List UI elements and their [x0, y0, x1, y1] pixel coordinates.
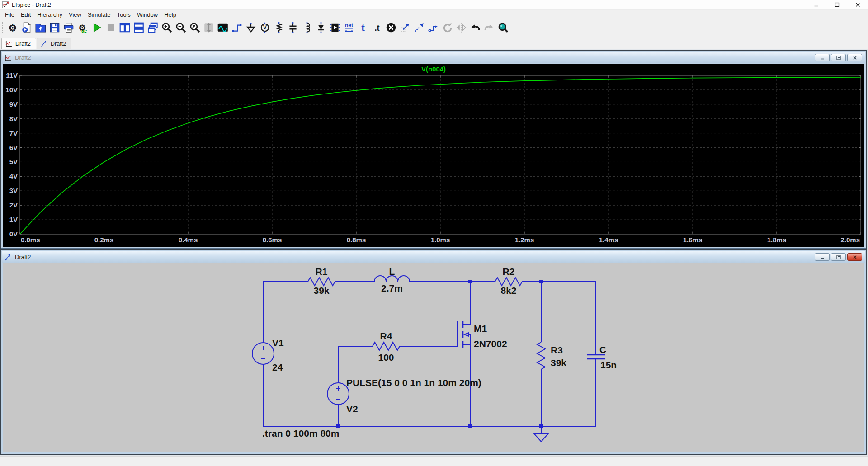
y-axis-tick-label: 5V [9, 158, 18, 165]
component-R3[interactable]: R3 39k [537, 342, 566, 369]
component-R4[interactable]: R4 100 [373, 331, 400, 362]
waveform-window-titlebar[interactable]: Draft2 [2, 52, 865, 63]
find-button[interactable] [496, 20, 510, 34]
plot-restore-button[interactable] [831, 54, 846, 61]
drag-icon [427, 22, 439, 33]
app-close-button[interactable] [847, 0, 868, 9]
menu-hierarchy[interactable]: Hierarchy [34, 10, 66, 19]
schematic-window-titlebar[interactable]: Draft2 [2, 251, 865, 263]
simulation-command-icon [77, 22, 89, 33]
rotate-button[interactable] [440, 20, 454, 34]
plot-close-button[interactable] [847, 54, 862, 61]
x-axis-tick-label: 1.0ms [431, 236, 450, 244]
zoom-out-button[interactable] [174, 20, 188, 34]
voltage-source-button[interactable] [258, 20, 272, 34]
tile-vertical-button[interactable] [118, 20, 132, 34]
spice-directive-icon [371, 22, 383, 33]
y-axis-tick-label: 2V [9, 201, 18, 209]
inductor-button[interactable] [300, 20, 314, 34]
tile-horizontal-button[interactable] [132, 20, 146, 34]
print-button[interactable] [61, 20, 75, 34]
x-axis-tick-label: 2.0ms [840, 236, 860, 244]
zoom-in-button[interactable] [160, 20, 174, 34]
app-maximize-button[interactable] [826, 0, 847, 9]
plot-minimize-button[interactable] [815, 54, 830, 61]
capacitor-button[interactable] [286, 20, 300, 34]
move-button[interactable] [412, 20, 426, 34]
tile-horizontal-icon [133, 22, 145, 33]
ltspice-app-icon [2, 1, 9, 8]
tab-bar: Draft2 Draft2 [0, 36, 868, 49]
mirror-button[interactable] [454, 20, 468, 34]
component-V2[interactable]: PULSE(15 0 0 1n 1n 10m 20m) V2 [327, 377, 481, 414]
undo-button[interactable] [468, 20, 482, 34]
component-R2[interactable]: R2 8k2 [495, 266, 522, 296]
tab-draft2-waveform[interactable]: Draft2 [1, 38, 36, 49]
new-schematic-button[interactable] [19, 20, 33, 34]
drag-button[interactable] [426, 20, 440, 34]
delete-button[interactable] [384, 20, 398, 34]
menu-window[interactable]: Window [134, 10, 161, 19]
plot-pane-button[interactable] [216, 20, 230, 34]
open-button[interactable] [33, 20, 47, 34]
schematic-canvas-area[interactable]: R1 39k L 2.7m R2 8k2 [3, 263, 864, 452]
app-minimize-button[interactable] [806, 0, 826, 9]
component-M1[interactable]: M1 2N7002 [458, 282, 507, 426]
app-title: LTspice - Draft2 [12, 2, 51, 8]
schematic-close-button[interactable] [847, 253, 862, 261]
diode-button[interactable] [314, 20, 328, 34]
simulation-command-button[interactable] [75, 20, 90, 34]
waveform-window[interactable]: Draft2 V(n004) 0.0ms0.2ms0.4ms0.6ms0.8ms… [1, 51, 866, 249]
diode-icon [315, 22, 327, 33]
menu-view[interactable]: View [66, 10, 85, 19]
text-button[interactable] [356, 20, 370, 34]
menu-help[interactable]: Help [161, 10, 179, 19]
waveform-window-icon [4, 54, 12, 62]
schematic-window[interactable]: Draft2 [1, 250, 866, 454]
cascade-button[interactable] [146, 20, 160, 34]
settings-icon [7, 22, 19, 33]
halt-button[interactable] [104, 20, 118, 34]
resistor-button[interactable] [272, 20, 286, 34]
run-icon [91, 22, 103, 33]
menu-edit[interactable]: Edit [18, 10, 34, 19]
settings-button[interactable] [5, 20, 19, 34]
net-label-button[interactable] [342, 20, 356, 34]
component-R1[interactable]: R1 39k [308, 266, 335, 296]
component-value: PULSE(15 0 0 1n 1n 10m 20m) [346, 377, 481, 388]
ground-symbol[interactable] [534, 426, 548, 442]
save-button[interactable] [47, 20, 61, 34]
component-button[interactable] [328, 20, 342, 34]
spice-directive-button[interactable] [370, 20, 384, 34]
x-axis-tick-label: 1.8ms [767, 236, 787, 244]
spice-directive-text[interactable]: .tran 0 100m 80m [262, 428, 339, 438]
waveform-plot-area[interactable]: V(n004) 0.0ms0.2ms0.4ms0.6ms0.8ms1.0ms1.… [3, 64, 864, 247]
y-axis-tick-label: 0V [9, 230, 18, 238]
zoom-full-extents-button[interactable] [188, 20, 202, 34]
menu-tools[interactable]: Tools [114, 10, 134, 19]
run-button[interactable] [90, 20, 104, 34]
component-L[interactable]: L 2.7m [374, 266, 410, 293]
menu-file[interactable]: File [2, 10, 18, 19]
menu-simulate[interactable]: Simulate [85, 10, 114, 19]
schematic-minimize-button[interactable] [815, 253, 830, 261]
tab-draft2-schematic[interactable]: Draft2 [37, 38, 71, 49]
schematic-canvas[interactable]: R1 39k L 2.7m R2 8k2 [3, 263, 865, 453]
component-name: R2 [503, 266, 515, 277]
waveform-plot[interactable]: 0.0ms0.2ms0.4ms0.6ms0.8ms1.0ms1.2ms1.4ms… [3, 64, 865, 248]
component-value: 24 [272, 362, 283, 372]
pan-button[interactable] [202, 20, 216, 34]
component-V1[interactable]: V1 24 [252, 338, 284, 372]
ground-button[interactable] [244, 20, 258, 34]
menubar: FileEditHierarchyViewSimulateToolsWindow… [0, 10, 868, 19]
copy-button[interactable] [398, 20, 412, 34]
mirror-icon [455, 22, 467, 33]
delete-icon [385, 22, 397, 33]
status-bar [0, 456, 868, 466]
wire-button[interactable] [230, 20, 244, 34]
redo-button[interactable] [482, 20, 496, 34]
component-C[interactable]: C 15n [587, 344, 617, 370]
schematic-restore-button[interactable] [831, 253, 846, 261]
y-axis-tick-label: 1V [9, 216, 18, 223]
voltage-source-icon [259, 22, 271, 33]
